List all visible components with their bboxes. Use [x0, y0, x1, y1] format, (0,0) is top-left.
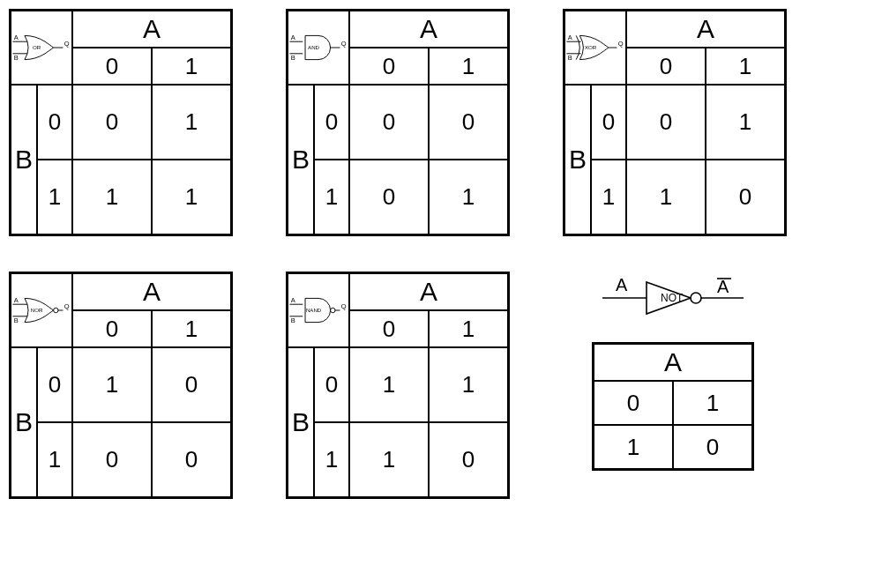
val-b0-a0: 0	[349, 85, 429, 160]
col-0: 0	[626, 48, 706, 85]
xor-gate-icon: A B Q XOR	[564, 11, 626, 85]
svg-text:B: B	[291, 316, 295, 324]
val-b0-a1: 1	[706, 85, 785, 160]
row-1: 1	[37, 160, 72, 234]
col-1: 1	[429, 48, 508, 85]
svg-text:Q: Q	[341, 40, 347, 48]
val-b1-a1: 0	[706, 160, 785, 234]
col-0: 0	[72, 48, 152, 85]
svg-text:A: A	[717, 277, 729, 296]
svg-text:Q: Q	[64, 302, 70, 310]
gates-grid: A B Q OR A 0 1 B 0 1 0 1 1 1 A B Q AND A…	[9, 9, 873, 499]
row-header-b: B	[288, 85, 314, 234]
not-a0: 0	[594, 381, 673, 425]
col-0: 0	[349, 310, 429, 347]
not-q1: 0	[673, 425, 752, 469]
row-0: 0	[37, 347, 72, 422]
svg-text:B: B	[568, 54, 572, 62]
svg-text:AND: AND	[308, 44, 319, 50]
col-1: 1	[429, 310, 508, 347]
truth-table-nand: A B Q NAND A 0 1 B 0 1 1 1 1 0	[286, 272, 510, 499]
val-b1-a1: 0	[152, 422, 231, 497]
svg-text:NOR: NOR	[31, 307, 43, 313]
val-b0-a0: 0	[72, 85, 152, 160]
val-b0-a0: 1	[72, 347, 152, 422]
truth-table-not: A NOT A A 0 1 1 0	[563, 272, 783, 499]
row-0: 0	[314, 347, 349, 422]
col-header-a: A	[72, 11, 231, 48]
not-table: A 0 1 1 0	[592, 342, 754, 471]
or-gate-icon: A B Q OR	[11, 11, 72, 85]
col-header-a: A	[72, 273, 231, 310]
svg-text:A: A	[616, 275, 628, 294]
col-0: 0	[72, 310, 152, 347]
svg-point-25	[54, 308, 58, 312]
col-0: 0	[349, 48, 429, 85]
val-b1-a1: 1	[152, 160, 231, 234]
svg-point-40	[691, 293, 701, 303]
val-b1-a0: 0	[349, 160, 429, 234]
not-a1: 1	[594, 425, 673, 469]
svg-text:B: B	[291, 54, 295, 62]
row-header-b: B	[11, 347, 37, 497]
nor-gate-icon: A B Q NOR	[11, 273, 72, 347]
svg-point-33	[331, 308, 335, 312]
row-1: 1	[314, 160, 349, 234]
and-gate-icon: A B Q AND	[288, 11, 349, 85]
svg-text:Q: Q	[618, 40, 624, 48]
val-b1-a1: 1	[429, 160, 508, 234]
svg-text:XOR: XOR	[585, 44, 597, 50]
row-0: 0	[37, 85, 72, 160]
val-b0-a1: 1	[429, 347, 508, 422]
svg-text:OR: OR	[33, 44, 41, 50]
nand-gate-icon: A B Q NAND	[288, 273, 349, 347]
col-header-a: A	[349, 273, 508, 310]
svg-text:A: A	[291, 33, 295, 41]
val-b0-a1: 1	[152, 85, 231, 160]
svg-text:A: A	[291, 296, 295, 304]
val-b0-a1: 0	[429, 85, 508, 160]
val-b1-a0: 0	[72, 422, 152, 497]
truth-table-nor: A B Q NOR A 0 1 B 0 1 1 0 0 0	[9, 272, 233, 499]
svg-text:B: B	[14, 54, 19, 62]
svg-text:Q: Q	[64, 40, 70, 48]
not-header-a: A	[594, 344, 752, 381]
val-b1-a0: 1	[349, 422, 429, 497]
row-1: 1	[37, 422, 72, 497]
svg-text:NAND: NAND	[306, 307, 322, 313]
col-header-a: A	[349, 11, 508, 48]
svg-text:Q: Q	[341, 302, 347, 310]
truth-table-xor: A B Q XOR A 0 1 B 0 1 0 1 1 0	[563, 9, 787, 236]
val-b0-a0: 0	[626, 85, 706, 160]
val-b0-a0: 1	[349, 347, 429, 422]
row-0: 0	[591, 85, 626, 160]
svg-text:A: A	[14, 296, 19, 304]
svg-text:NOT: NOT	[661, 292, 684, 304]
val-b1-a0: 1	[72, 160, 152, 234]
val-b0-a1: 0	[152, 347, 231, 422]
not-gate-icon: A NOT A	[585, 272, 761, 324]
svg-text:A: A	[14, 33, 19, 41]
row-1: 1	[314, 422, 349, 497]
svg-text:A: A	[568, 33, 572, 41]
row-0: 0	[314, 85, 349, 160]
svg-text:B: B	[14, 316, 19, 324]
row-1: 1	[591, 160, 626, 234]
val-b1-a1: 0	[429, 422, 508, 497]
col-header-a: A	[626, 11, 785, 48]
truth-table-and: A B Q AND A 0 1 B 0 1 0 0 0 1	[286, 9, 510, 236]
row-header-b: B	[564, 85, 591, 234]
truth-table-or: A B Q OR A 0 1 B 0 1 0 1 1 1	[9, 9, 233, 236]
row-header-b: B	[288, 347, 314, 497]
not-q0: 1	[673, 381, 752, 425]
col-1: 1	[706, 48, 785, 85]
col-1: 1	[152, 310, 231, 347]
row-header-b: B	[11, 85, 37, 234]
col-1: 1	[152, 48, 231, 85]
val-b1-a0: 1	[626, 160, 706, 234]
